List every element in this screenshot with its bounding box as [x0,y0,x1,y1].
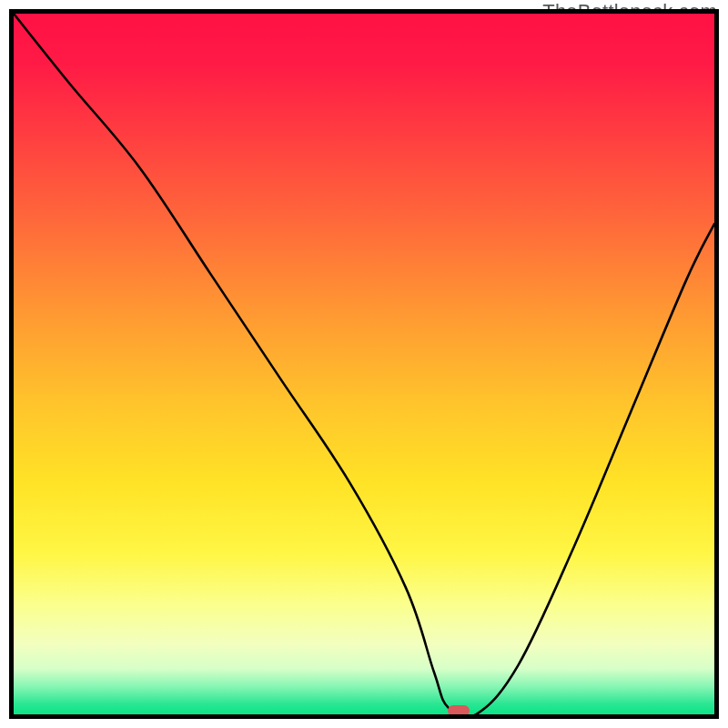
chart-container: TheBottleneck.com [0,0,728,728]
bottleneck-curve [14,14,714,714]
plot-area [9,9,719,719]
optimal-point-marker [448,705,470,716]
